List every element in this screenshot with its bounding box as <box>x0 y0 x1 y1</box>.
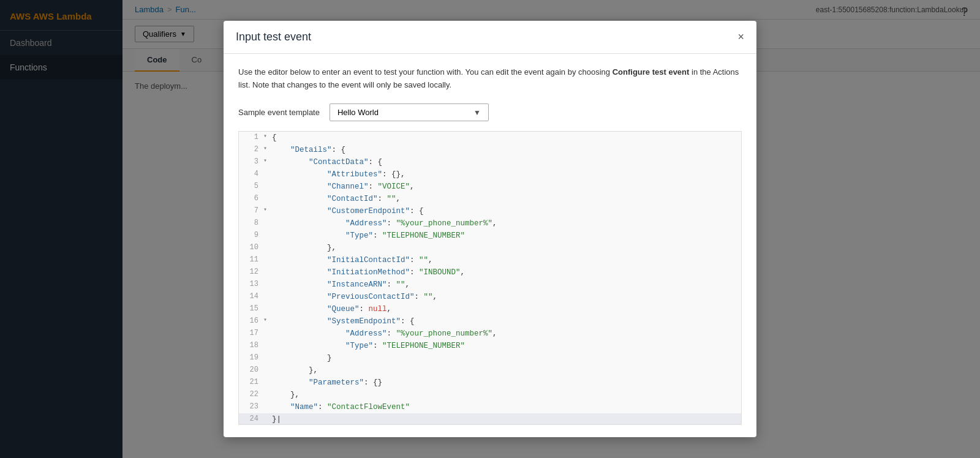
code-line: 23 "Name": "ContactFlowEvent" <box>239 401 741 413</box>
line-toggle[interactable]: ▾ <box>263 144 272 154</box>
line-number: 15 <box>239 303 263 315</box>
code-line: 16▾ "SystemEndpoint": { <box>239 315 741 328</box>
line-content: "CustomerEndpoint": { <box>272 205 741 217</box>
modal-description: Use the editor below to enter an event t… <box>238 66 742 92</box>
line-number: 21 <box>239 377 263 388</box>
line-number: 19 <box>239 352 263 364</box>
line-number: 5 <box>239 181 263 192</box>
line-content: "Details": { <box>272 144 741 156</box>
line-toggle <box>263 230 272 239</box>
line-toggle[interactable]: ▾ <box>263 156 272 166</box>
line-content: "ContactId": "", <box>272 193 741 205</box>
line-toggle <box>263 340 272 350</box>
template-arrow-icon: ▼ <box>473 108 481 117</box>
line-toggle <box>263 364 272 374</box>
line-content: "InstanceARN": "", <box>272 279 741 291</box>
line-number: 3 <box>239 156 263 168</box>
line-number: 9 <box>239 230 263 241</box>
line-number: 7 <box>239 205 263 217</box>
template-row: Sample event template Hello World ▼ <box>238 103 742 121</box>
code-line: 22 }, <box>239 389 741 401</box>
line-toggle[interactable]: ▾ <box>263 205 272 215</box>
template-select[interactable]: Hello World ▼ <box>330 103 489 121</box>
line-toggle[interactable]: ▾ <box>263 315 272 325</box>
line-toggle <box>263 352 272 362</box>
modal-title: Input test event <box>236 31 311 43</box>
line-content: "InitialContactId": "", <box>272 254 741 266</box>
code-line: 24 }| <box>239 413 741 425</box>
line-toggle <box>263 217 272 227</box>
code-line: 6 "ContactId": "", <box>239 193 741 205</box>
line-toggle <box>263 291 272 301</box>
line-number: 1 <box>239 132 263 143</box>
line-content: "SystemEndpoint": { <box>272 315 741 328</box>
code-line: 15 "Queue": null, <box>239 303 741 315</box>
line-toggle <box>263 279 272 288</box>
line-toggle <box>263 181 272 190</box>
code-editor[interactable]: 1▾{2▾ "Details": {3▾ "ContactData": {4 "… <box>238 131 742 425</box>
line-toggle <box>263 401 272 411</box>
line-content: }, <box>272 364 741 377</box>
code-line: 10 }, <box>239 242 741 254</box>
line-content: "Type": "TELEPHONE_NUMBER" <box>272 340 741 352</box>
line-content: "Parameters": {} <box>272 377 741 389</box>
line-content: }, <box>272 242 741 254</box>
modal-body: Use the editor below to enter an event t… <box>224 54 756 438</box>
line-number: 20 <box>239 364 263 376</box>
line-content: { <box>272 132 741 144</box>
line-content: "InitiationMethod": "INBOUND", <box>272 266 741 279</box>
code-line: 17 "Address": "%your_phone_number%", <box>239 328 741 340</box>
code-line: 9 "Type": "TELEPHONE_NUMBER" <box>239 230 741 242</box>
code-line: 13 "InstanceARN": "", <box>239 279 741 291</box>
line-number: 16 <box>239 315 263 327</box>
line-toggle <box>263 413 272 423</box>
code-line: 18 "Type": "TELEPHONE_NUMBER" <box>239 340 741 352</box>
line-number: 11 <box>239 254 263 266</box>
line-toggle[interactable]: ▾ <box>263 132 272 141</box>
code-line: 7▾ "CustomerEndpoint": { <box>239 205 741 217</box>
line-content: "Channel": "VOICE", <box>272 181 741 193</box>
line-number: 12 <box>239 266 263 278</box>
code-line: 1▾{ <box>239 132 741 144</box>
line-content: "Queue": null, <box>272 303 741 315</box>
code-line: 5 "Channel": "VOICE", <box>239 181 741 193</box>
line-content: "Address": "%your_phone_number%", <box>272 328 741 340</box>
template-value: Hello World <box>337 108 379 117</box>
line-toggle <box>263 242 272 252</box>
line-number: 18 <box>239 340 263 351</box>
line-toggle <box>263 328 272 337</box>
code-line: 3▾ "ContactData": { <box>239 156 741 168</box>
line-number: 6 <box>239 193 263 205</box>
code-line: 12 "InitiationMethod": "INBOUND", <box>239 266 741 279</box>
line-content: "PreviousContactId": "", <box>272 291 741 303</box>
line-number: 24 <box>239 413 263 425</box>
line-toggle <box>263 377 272 386</box>
line-number: 14 <box>239 291 263 302</box>
code-line: 20 }, <box>239 364 741 377</box>
line-number: 23 <box>239 401 263 413</box>
template-label: Sample event template <box>238 108 320 117</box>
code-line: 21 "Parameters": {} <box>239 377 741 389</box>
line-number: 4 <box>239 168 263 180</box>
line-number: 2 <box>239 144 263 156</box>
line-content: }| <box>272 413 741 425</box>
code-line: 4 "Attributes": {}, <box>239 168 741 181</box>
line-number: 22 <box>239 389 263 400</box>
line-content: "Address": "%your_phone_number%", <box>272 217 741 230</box>
line-content: "Name": "ContactFlowEvent" <box>272 401 741 413</box>
line-number: 10 <box>239 242 263 253</box>
modal: Input test event × Use the editor below … <box>224 21 756 438</box>
code-line: 2▾ "Details": { <box>239 144 741 156</box>
line-content: "Type": "TELEPHONE_NUMBER" <box>272 230 741 242</box>
modal-close-button[interactable]: × <box>737 31 744 42</box>
line-content: } <box>272 352 741 364</box>
modal-overlay: Input test event × Use the editor below … <box>0 0 980 458</box>
line-content: "Attributes": {}, <box>272 168 741 181</box>
line-toggle <box>263 266 272 276</box>
line-number: 13 <box>239 279 263 290</box>
line-toggle <box>263 193 272 203</box>
modal-header: Input test event × <box>224 21 756 54</box>
line-toggle <box>263 254 272 264</box>
line-toggle <box>263 389 272 399</box>
line-toggle <box>263 303 272 313</box>
